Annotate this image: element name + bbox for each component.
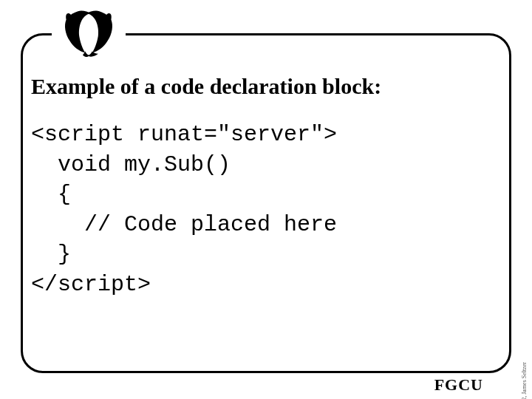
eagle-logo [52,6,126,65]
footer-logo: FGCU [430,375,488,395]
heading: Example of a code declaration block: [31,74,501,99]
copyright-text: © Copyright 2002, James Seltzer [521,362,528,399]
eagle-icon [59,9,118,62]
code-block: <script runat="server"> void my.Sub() { … [31,120,501,299]
slide-content: Example of a code declaration block: <sc… [31,74,501,362]
